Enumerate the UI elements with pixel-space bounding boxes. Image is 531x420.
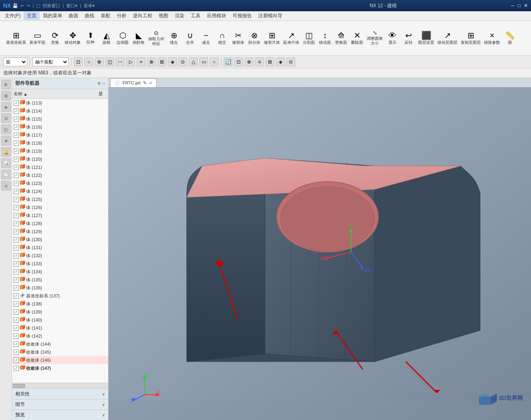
left-icon-7[interactable]: 🔔 [1, 147, 11, 157]
nav-item-checkbox-19[interactable]: ✓ [14, 253, 19, 258]
nav-list-item-23[interactable]: ✓体 (136) [12, 284, 108, 292]
nav-item-checkbox-6[interactable]: ✓ [14, 149, 19, 154]
left-icon-settings[interactable]: ⚙ [1, 80, 11, 89]
filter-btn-6[interactable]: ▷ [126, 57, 135, 66]
nav-expand-icon[interactable]: □ [102, 81, 105, 86]
tool-replace-face[interactable]: ⟰ 替换面 [333, 31, 349, 46]
view-btn-4[interactable]: ≡ [255, 57, 264, 66]
menu-file[interactable]: 文件(F) [2, 12, 24, 20]
snap-btn-7[interactable]: ▭ [199, 57, 208, 66]
tool-resize-blend[interactable]: ⤡ 调整圆角大小 [366, 29, 384, 47]
nav-item-checkbox-29[interactable]: ✓ [14, 334, 19, 339]
nav-list-item-8[interactable]: ✓体 (121) [12, 163, 108, 171]
left-icon-5[interactable]: ◫ [1, 125, 11, 134]
tool-remove-params[interactable]: × 移除参数 [483, 31, 501, 46]
tool-subtract[interactable]: − 减去 [198, 31, 214, 46]
view-btn-1[interactable]: 🔄 [224, 57, 233, 66]
switch-window-label[interactable]: 切换窗口 [43, 3, 60, 9]
left-icon-3[interactable]: ◈ [1, 102, 11, 112]
nav-list-item-25[interactable]: ✓体 (138) [12, 300, 108, 308]
nav-list-item-24[interactable]: ✓基准坐标系 (137) [12, 292, 108, 300]
tool-draft[interactable]: ◭ 拔模 [99, 31, 114, 46]
nav-list-item-29[interactable]: ✓体 (142) [12, 332, 108, 340]
menu-tools[interactable]: 工具 [188, 12, 204, 20]
tool-intersect[interactable]: ∩ 相交 [214, 31, 230, 46]
nav-item-checkbox-11[interactable]: ✓ [14, 189, 19, 194]
left-icon-4[interactable]: ⊡ [1, 113, 11, 123]
tool-sew[interactable]: ⊕ 缝合 [166, 31, 182, 46]
tool-datum-csys[interactable]: ⊞ 基准坐标系 [5, 31, 27, 46]
tab-frtc[interactable]: 📄 FRTC.prt ✎ ✕ [110, 78, 157, 87]
filter-btn-1[interactable]: ⊡ [74, 57, 83, 66]
tool-reverse[interactable]: ↩ 反转 [401, 31, 416, 46]
nav-item-checkbox-20[interactable]: ✓ [14, 261, 19, 266]
nav-list-item-15[interactable]: ✓体 (128) [12, 219, 108, 227]
menu-reverse[interactable]: 逆向工程 [130, 12, 155, 20]
nav-list-item-12[interactable]: ✓体 (125) [12, 195, 108, 203]
nav-item-checkbox-30[interactable]: ✓ [14, 342, 19, 347]
left-icon-10[interactable]: ⊙ [1, 181, 11, 191]
snap-btn-3[interactable]: ⊞ [157, 57, 166, 66]
nav-item-checkbox-32[interactable]: ✓ [14, 358, 19, 363]
nav-list-item-14[interactable]: ✓体 (127) [12, 211, 108, 219]
nav-item-checkbox-1[interactable]: ✓ [14, 109, 19, 114]
tool-move-face[interactable]: ↕ 移动面 [317, 31, 333, 46]
nav-list-item-22[interactable]: ✓体 (135) [12, 276, 108, 284]
nav-list-item-10[interactable]: ✓体 (123) [12, 179, 108, 187]
nav-item-checkbox-27[interactable]: ✓ [14, 318, 19, 323]
nav-item-checkbox-33[interactable]: ✓ [14, 366, 19, 371]
col-type-header[interactable]: 显 [98, 91, 106, 97]
nav-list-item-31[interactable]: ✓收敛体 (145) [12, 348, 108, 356]
nav-list-item-19[interactable]: ✓体 (132) [12, 252, 108, 260]
nav-list-item-0[interactable]: ✓体 (113) [12, 99, 108, 107]
menu-mold[interactable]: 注塑模向导 [255, 12, 286, 20]
nav-item-checkbox-25[interactable]: ✓ [14, 301, 19, 307]
nav-item-checkbox-0[interactable]: ✓ [14, 100, 19, 106]
nav-item-checkbox-2[interactable]: ✓ [14, 117, 19, 122]
tool-move-object[interactable]: ✥ 移动对象 [63, 31, 82, 46]
nav-list-item-1[interactable]: ✓体 (114) [12, 107, 108, 115]
snap-btn-5[interactable]: ⊙ [178, 57, 187, 66]
col-name-header[interactable]: 名称 ▲ [14, 91, 98, 97]
filter-btn-5[interactable]: ⋯ [116, 57, 125, 66]
menu-modules[interactable]: 应用模块 [204, 12, 229, 20]
nav-list-item-9[interactable]: ✓体 (122) [12, 171, 108, 179]
menu-curve[interactable]: 曲线 [82, 12, 98, 20]
nav-item-checkbox-10[interactable]: ✓ [14, 181, 19, 186]
nav-item-checkbox-26[interactable]: ✓ [14, 309, 19, 315]
tool-delete-face[interactable]: ✕ 删除面 [349, 31, 365, 46]
nav-item-checkbox-3[interactable]: ✓ [14, 125, 19, 130]
filter-btn-3[interactable]: ⊗ [95, 57, 104, 66]
nav-item-checkbox-28[interactable]: ✓ [14, 326, 19, 331]
nav-list-item-7[interactable]: ✓体 (120) [12, 155, 108, 163]
nav-list-item-21[interactable]: ✓体 (134) [12, 268, 108, 276]
nav-item-checkbox-21[interactable]: ✓ [14, 269, 19, 275]
minimize-button[interactable]: ─ [511, 3, 515, 8]
tool-extrude[interactable]: ⬆ 拉伸 [83, 31, 98, 45]
view-btn-2[interactable]: ⊡ [234, 57, 243, 66]
nav-item-checkbox-4[interactable]: ✓ [14, 133, 19, 138]
nav-list-item-28[interactable]: ✓体 (141) [12, 324, 108, 332]
snap-btn-2[interactable]: ⊕ [147, 57, 156, 66]
nav-list-item-5[interactable]: ✓体 (118) [12, 139, 108, 147]
tab-close-button[interactable]: ✕ [149, 81, 152, 85]
viewport[interactable]: 📄 FRTC.prt ✎ ✕ [108, 78, 531, 420]
tool-extract-geo[interactable]: ⊙ 抽取几何特征 [147, 29, 165, 47]
view-btn-3[interactable]: ⊕ [245, 57, 253, 66]
tool-transform[interactable]: ⟳ 变换 [47, 31, 63, 46]
nav-item-checkbox-5[interactable]: ✓ [14, 141, 19, 146]
redo-icon[interactable]: ↪ [27, 3, 30, 8]
tool-datum-plane[interactable]: ▭ 基准平面 [28, 31, 47, 46]
nav-list-item-17[interactable]: ✓体 (130) [12, 236, 108, 244]
tool-measure[interactable]: 📏 测 [502, 31, 517, 46]
maximize-button[interactable]: □ [518, 3, 521, 8]
view-btn-7[interactable]: ⊙ [286, 57, 295, 66]
filter-btn-2[interactable]: ○ [84, 57, 93, 66]
menu-assembly[interactable]: 装配 [98, 12, 114, 20]
menu-my[interactable]: 我的菜单 [40, 12, 65, 20]
tool-unite[interactable]: ∪ 合并 [182, 31, 198, 46]
nav-list-item-13[interactable]: ✓体 (126) [12, 203, 108, 211]
nav-list-item-3[interactable]: ✓体 (116) [12, 123, 108, 131]
filter-btn-4[interactable]: ◫ [105, 57, 114, 66]
nav-list-item-26[interactable]: ✓体 (139) [12, 308, 108, 316]
